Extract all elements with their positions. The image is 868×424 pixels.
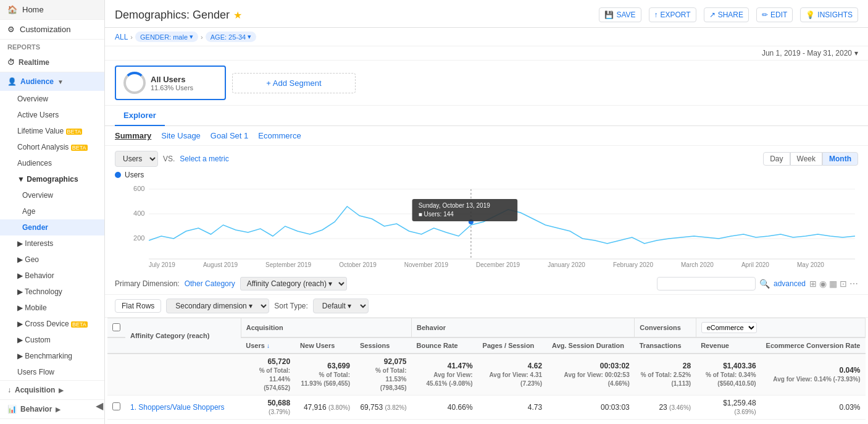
row-checkbox-cell[interactable] — [107, 420, 125, 425]
time-btn-week[interactable]: Week — [790, 152, 822, 166]
row-bounce-rate: 40.53% — [411, 420, 477, 425]
row-transactions: 23 (3.46%) — [635, 396, 696, 420]
sidebar-item-home[interactable]: 🏠 Home — [0, 0, 104, 20]
sidebar-item-dem-age[interactable]: Age — [0, 203, 104, 219]
header-actions: 💾 SAVE ↑ EXPORT ↗ SHARE ✏ EDIT 💡 INSIGHT… — [599, 7, 858, 22]
x-label-mar: March 2020 — [681, 261, 714, 268]
edit-icon: ✏ — [762, 11, 768, 19]
sidebar-item-behavior[interactable]: ▶ Behavior — [0, 268, 104, 284]
sidebar-item-lifetime-value[interactable]: Lifetime Value BETA — [0, 123, 104, 139]
segment-donut-chart — [123, 72, 146, 94]
sidebar-item-cohort-analysis[interactable]: Cohort Analysis BETA — [0, 139, 104, 155]
edit-button[interactable]: ✏ EDIT — [756, 7, 793, 22]
subtab-summary[interactable]: Summary — [115, 130, 151, 142]
th-sessions[interactable]: Sessions — [355, 337, 412, 354]
sidebar-item-conversions[interactable]: 🎯 Conversions ▶ — [0, 419, 104, 424]
th-checkbox[interactable] — [107, 318, 125, 338]
pie-view-icon[interactable]: ◉ — [819, 279, 827, 289]
more-view-icon[interactable]: ⋯ — [849, 279, 858, 289]
subtab-ecommerce[interactable]: Ecommerce — [258, 130, 301, 142]
subtab-site-usage[interactable]: Site Usage — [161, 130, 201, 142]
th-affinity[interactable]: Affinity Category (reach) — [125, 318, 241, 354]
th-bounce-rate[interactable]: Bounce Rate — [411, 337, 477, 354]
add-segment-button[interactable]: + Add Segment — [232, 73, 356, 93]
share-button[interactable]: ↗ SHARE — [704, 7, 749, 22]
tab-explorer[interactable]: Explorer — [115, 106, 165, 126]
sort-type-select[interactable]: Default ▾ — [313, 299, 369, 313]
main-header: Demographics: Gender ★ 💾 SAVE ↑ EXPORT ↗… — [105, 0, 868, 28]
sidebar-item-geo[interactable]: ▶ Geo — [0, 252, 104, 268]
sidebar-item-realtime[interactable]: ⏱ Realtime — [0, 53, 104, 72]
breadcrumb-all[interactable]: ALL — [115, 33, 128, 41]
svg-text:600: 600 — [133, 185, 144, 192]
search-input[interactable] — [657, 277, 756, 290]
ecommerce-select[interactable]: eCommerce — [701, 322, 757, 333]
sidebar-item-technology[interactable]: ▶ Technology — [0, 284, 104, 300]
chevron-right-icon2: ▶ — [56, 406, 61, 413]
select-metric-link[interactable]: Select a metric — [180, 155, 228, 163]
save-button[interactable]: 💾 SAVE — [599, 7, 641, 22]
affinity-category-select[interactable]: Affinity Category (reach) ▾ — [240, 277, 347, 290]
bar-view-icon[interactable]: ▦ — [829, 279, 837, 289]
sidebar-item-audience[interactable]: 👤 Audience ▼ — [0, 72, 104, 91]
row-pages-session: 4.73 — [478, 396, 548, 420]
th-pages-session[interactable]: Pages / Session — [478, 337, 548, 354]
sidebar-item-benchmarking[interactable]: ▶ Benchmarking — [0, 348, 104, 364]
all-users-segment[interactable]: All Users 11.63% Users — [115, 66, 226, 100]
sidebar-group-acquisition: ↓ Acquisition ▶ — [0, 381, 104, 400]
insights-button[interactable]: 💡 INSIGHTS — [800, 7, 858, 22]
th-transactions[interactable]: Transactions — [635, 337, 696, 354]
table-view-icons: ⊞ ◉ ▦ ⊡ ⋯ — [809, 279, 858, 289]
star-icon[interactable]: ★ — [233, 9, 242, 21]
sidebar-item-dem-overview[interactable]: Overview — [0, 187, 104, 203]
th-ecommerce-cr[interactable]: Ecommerce Conversion Rate — [761, 337, 866, 354]
select-all-checkbox[interactable] — [112, 323, 120, 331]
row-checkbox-cell[interactable] — [107, 396, 125, 420]
sidebar-item-acquisition[interactable]: ↓ Acquisition ▶ — [0, 381, 104, 399]
sidebar-item-users-flow[interactable]: Users Flow — [0, 364, 104, 380]
sidebar-item-interests[interactable]: ▶ Interests — [0, 235, 104, 252]
flat-rows-button[interactable]: Flat Rows — [115, 299, 161, 313]
chart-controls: Users VS. Select a metric Day Week Month — [115, 151, 858, 167]
grid-view-icon[interactable]: ⊞ — [809, 279, 817, 289]
sidebar-item-overview[interactable]: Overview — [0, 91, 104, 107]
sidebar-item-audiences[interactable]: Audiences — [0, 155, 104, 171]
share-icon: ↗ — [709, 11, 716, 19]
advanced-link[interactable]: advanced — [774, 279, 806, 288]
sidebar-item-customization[interactable]: ⚙ Customization — [0, 20, 104, 40]
sidebar-item-custom[interactable]: ▶ Custom — [0, 332, 104, 348]
x-label-jan: January 2020 — [548, 261, 585, 268]
th-users[interactable]: Users ↓ — [241, 337, 295, 354]
svg-text:■ Users: 144: ■ Users: 144 — [419, 211, 454, 218]
breadcrumb-arrow-1: › — [130, 33, 133, 41]
time-btn-month[interactable]: Month — [822, 152, 858, 166]
metric-select[interactable]: Users — [115, 151, 158, 167]
data-table-wrapper: Affinity Category (reach) Acquisition Be… — [105, 318, 868, 424]
other-category-link[interactable]: Other Category — [185, 279, 235, 288]
th-revenue[interactable]: Revenue — [696, 337, 761, 354]
breadcrumb-gender-chip[interactable]: GENDER: male ▾ — [135, 32, 198, 42]
th-behavior: Behavior — [411, 318, 634, 338]
sidebar-item-cross-device[interactable]: ▶ Cross Device BETA — [0, 316, 104, 332]
sidebar-item-active-users[interactable]: Active Users — [0, 107, 104, 123]
date-range[interactable]: Jun 1, 2019 - May 31, 2020 ▾ — [105, 46, 868, 61]
subtab-goal-set[interactable]: Goal Set 1 — [211, 130, 248, 142]
x-label-dec: December 2019 — [476, 261, 520, 268]
sidebar-item-behavior[interactable]: 📊 Behavior ▶ — [0, 400, 104, 418]
th-new-users[interactable]: New Users — [295, 337, 355, 354]
breadcrumb-age-chip[interactable]: AGE: 25-34 ▾ — [206, 32, 256, 42]
sidebar-collapse-button[interactable]: ◀ — [96, 400, 103, 412]
segments-row: All Users 11.63% Users + Add Segment — [105, 61, 868, 106]
export-button[interactable]: ↑ EXPORT — [649, 7, 696, 22]
time-btn-day[interactable]: Day — [763, 152, 790, 166]
sidebar-item-demographics[interactable]: ▼ Demographics — [0, 171, 104, 187]
svg-text:200: 200 — [133, 234, 144, 242]
save-icon: 💾 — [604, 11, 614, 19]
sidebar-item-dem-gender[interactable]: Gender — [0, 219, 104, 235]
th-avg-session[interactable]: Avg. Session Duration — [547, 337, 635, 354]
totals-revenue: $1,403.36 % of Total: 0.34% ($560,410.50… — [696, 354, 761, 396]
sidebar-item-mobile[interactable]: ▶ Mobile — [0, 300, 104, 316]
secondary-dim-select[interactable]: Secondary dimension ▾ — [166, 299, 269, 313]
pivot-view-icon[interactable]: ⊡ — [840, 279, 847, 289]
row-checkbox[interactable] — [112, 402, 120, 410]
